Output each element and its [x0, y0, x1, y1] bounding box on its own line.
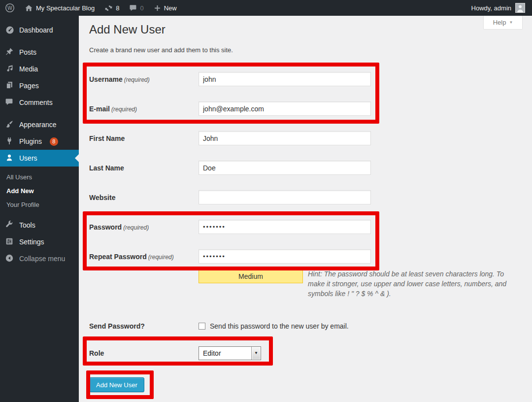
- home-icon: [25, 4, 33, 12]
- updates-icon: [104, 4, 113, 12]
- dashboard-icon: [5, 25, 15, 35]
- site-name-link[interactable]: My Spectacular Blog: [20, 0, 100, 16]
- repeat-password-row: Repeat Password(required): [89, 249, 371, 264]
- users-submenu: All Users Add New Your Profile: [0, 167, 79, 217]
- main-content: Help ▼ Add New User Create a brand new u…: [79, 16, 532, 402]
- email-label: E-mail(required): [89, 105, 199, 113]
- submenu-item-your-profile[interactable]: Your Profile: [0, 198, 79, 212]
- update-count-badge: 8: [50, 137, 58, 146]
- updates-link[interactable]: 8: [100, 0, 124, 16]
- submenu-item-all-users[interactable]: All Users: [0, 170, 79, 184]
- collapse-arrow-icon: [5, 254, 15, 264]
- new-content-button[interactable]: New: [149, 0, 182, 16]
- last-name-label: Last Name: [89, 164, 199, 172]
- sidebar-item-label: Appearance: [19, 121, 57, 129]
- collapse-menu-button[interactable]: Collapse menu: [0, 250, 79, 267]
- role-select[interactable]: Editor ▼: [199, 346, 261, 360]
- last-name-row: Last Name: [89, 161, 371, 175]
- sidebar-item-appearance[interactable]: Appearance: [0, 116, 79, 133]
- sidebar-item-label: Settings: [19, 238, 44, 246]
- sidebar-item-label: Plugins: [19, 137, 42, 145]
- role-label: Role: [89, 349, 199, 357]
- password-row: Password(required): [89, 220, 371, 234]
- sidebar-item-label: Users: [19, 154, 37, 162]
- current-menu-arrow: [75, 154, 79, 162]
- wordpress-menu-button[interactable]: W: [0, 0, 20, 16]
- password-hint: Hint: The password should be at least se…: [308, 270, 506, 298]
- sidebar-item-tools[interactable]: Tools: [0, 217, 79, 234]
- page-description: Create a brand new user and add them to …: [89, 46, 233, 54]
- sidebar-item-label: Pages: [19, 82, 39, 90]
- plugin-icon: [5, 136, 15, 146]
- plus-icon: [154, 4, 161, 12]
- username-input[interactable]: [199, 72, 371, 86]
- send-password-option: Send this password to the new user by em…: [199, 322, 349, 330]
- send-password-label: Send Password?: [89, 322, 199, 330]
- sidebar-item-comments[interactable]: Comments: [0, 94, 79, 111]
- sidebar-item-dashboard[interactable]: Dashboard: [0, 22, 79, 38]
- avatar: [515, 3, 525, 13]
- first-name-row: First Name: [89, 131, 371, 145]
- admin-bar: W My Spectacular Blog 8 0 New Howdy, adm…: [0, 0, 532, 16]
- select-dropdown-button[interactable]: ▼: [251, 347, 261, 360]
- website-row: Website: [89, 190, 371, 204]
- comment-bubble-icon: [129, 4, 137, 12]
- help-button[interactable]: Help ▼: [483, 16, 523, 30]
- users-icon: [5, 153, 15, 163]
- chevron-down-icon: ▼: [254, 351, 258, 355]
- last-name-input[interactable]: [199, 161, 371, 175]
- chevron-down-icon: ▼: [509, 20, 513, 25]
- role-row: Role Editor ▼: [89, 346, 261, 360]
- sidebar-item-pages[interactable]: Pages: [0, 77, 79, 94]
- repeat-password-input[interactable]: [199, 249, 371, 264]
- email-input[interactable]: [199, 101, 371, 116]
- comments-icon: [5, 98, 15, 107]
- admin-menu: Dashboard Posts Media Pages Comments App…: [0, 16, 79, 402]
- help-label: Help: [493, 19, 506, 26]
- settings-icon: [5, 237, 15, 247]
- sidebar-item-media[interactable]: Media: [0, 61, 79, 77]
- sidebar-item-label: Media: [19, 65, 38, 73]
- tools-icon: [5, 220, 15, 230]
- page-title: Add New User: [89, 23, 166, 36]
- password-label: Password(required): [89, 223, 199, 231]
- add-new-user-button[interactable]: Add New User: [89, 377, 144, 392]
- role-select-value: Editor: [199, 347, 251, 360]
- send-password-row: Send Password? Send this password to the…: [89, 319, 349, 333]
- website-label: Website: [89, 194, 199, 201]
- wordpress-logo-icon: W: [5, 3, 15, 13]
- send-password-checkbox[interactable]: [199, 323, 205, 330]
- password-input[interactable]: [199, 220, 371, 234]
- sidebar-item-label: Comments: [19, 99, 53, 106]
- howdy-label: Howdy, admin: [471, 4, 511, 12]
- username-label: Username(required): [89, 75, 199, 83]
- sidebar-item-label: Tools: [19, 221, 35, 229]
- new-label: New: [164, 4, 177, 12]
- svg-text:W: W: [7, 5, 12, 11]
- sidebar-item-plugins[interactable]: Plugins 8: [0, 133, 79, 150]
- password-strength-indicator: Medium: [199, 270, 303, 283]
- collapse-menu-label: Collapse menu: [19, 255, 65, 263]
- sidebar-item-users[interactable]: Users: [0, 150, 79, 167]
- password-strength-row: Medium Hint: The password should be at l…: [195, 269, 514, 299]
- comments-link[interactable]: 0: [124, 0, 148, 16]
- comment-count: 0: [140, 4, 143, 12]
- pin-icon: [5, 47, 15, 57]
- send-password-checkbox-label: Send this password to the new user by em…: [210, 322, 349, 330]
- website-input[interactable]: [199, 190, 371, 204]
- sidebar-item-label: Dashboard: [19, 26, 53, 34]
- site-name-label: My Spectacular Blog: [36, 4, 95, 12]
- pages-icon: [5, 81, 15, 91]
- appearance-icon: [5, 120, 15, 130]
- account-menu[interactable]: Howdy, admin: [471, 3, 532, 13]
- username-row: Username(required): [89, 72, 371, 86]
- media-icon: [5, 64, 15, 74]
- submenu-item-add-new[interactable]: Add New: [0, 184, 79, 198]
- sidebar-item-settings[interactable]: Settings: [0, 234, 79, 250]
- first-name-label: First Name: [89, 134, 199, 142]
- sidebar-item-label: Posts: [19, 48, 36, 56]
- first-name-input[interactable]: [199, 131, 371, 145]
- email-row: E-mail(required): [89, 101, 371, 116]
- update-count: 8: [116, 4, 119, 12]
- sidebar-item-posts[interactable]: Posts: [0, 44, 79, 61]
